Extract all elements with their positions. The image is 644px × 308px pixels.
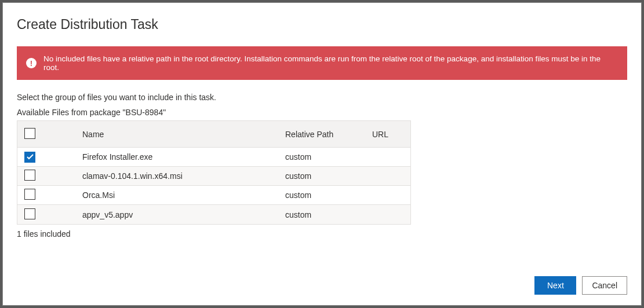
row-checkbox[interactable] [24,170,35,181]
row-checkbox[interactable] [24,189,35,200]
file-relative-path: custom [285,171,372,181]
column-relative-path[interactable]: Relative Path [285,130,372,139]
file-name: appv_v5.appv [82,210,285,219]
file-name: clamav-0.104.1.win.x64.msi [82,171,285,181]
cancel-button[interactable]: Cancel [582,276,627,295]
table-row[interactable]: clamav-0.104.1.win.x64.msi custom [17,167,410,186]
alert-message: No included files have a relative path i… [43,54,618,72]
file-name: Firefox Installer.exe [82,152,285,162]
alert-icon: ! [26,58,37,68]
instruction-text: Select the group of files you want to in… [17,93,627,102]
table-row[interactable]: Orca.Msi custom [17,186,410,205]
available-files-label: Available Files from package "BSU-8984" [17,108,627,117]
error-alert: ! No included files have a relative path… [17,46,627,80]
table-row[interactable]: appv_v5.appv custom [17,205,410,224]
file-name: Orca.Msi [82,190,285,200]
row-checkbox[interactable] [24,208,35,219]
files-included-summary: 1 files included [17,229,627,239]
table-header-row: Name Relative Path URL [17,121,410,148]
table-row[interactable]: Firefox Installer.exe custom [17,148,410,167]
create-distribution-task-dialog: Create Distribution Task ! No included f… [2,2,642,306]
row-checkbox[interactable] [24,152,35,163]
next-button[interactable]: Next [534,276,576,295]
file-relative-path: custom [285,190,372,200]
column-name[interactable]: Name [82,130,285,139]
select-all-checkbox[interactable] [24,128,35,139]
dialog-title: Create Distribution Task [17,17,627,32]
select-all-cell [24,128,82,141]
file-relative-path: custom [285,210,372,219]
dialog-buttons: Next Cancel [17,276,627,295]
column-url[interactable]: URL [372,130,419,139]
files-table: Name Relative Path URL Firefox Installer… [17,120,411,225]
file-relative-path: custom [285,152,372,162]
